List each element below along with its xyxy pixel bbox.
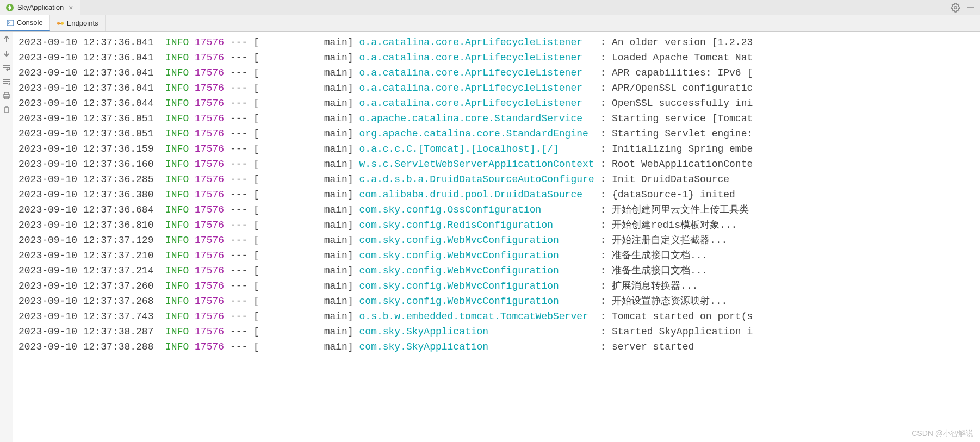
log-line: 2023-09-10 12:37:36.041 INFO 17576 --- […	[18, 65, 975, 80]
svg-rect-4	[8, 20, 14, 25]
content-area: 2023-09-10 12:37:36.041 INFO 17576 --- […	[0, 32, 980, 442]
watermark: CSDN @小智解说	[911, 429, 973, 439]
top-actions	[951, 3, 980, 13]
log-line: 2023-09-10 12:37:37.129 INFO 17576 --- […	[18, 233, 975, 248]
run-config-tab-title: SkyApplication	[17, 3, 64, 11]
console-gutter	[0, 32, 13, 442]
log-line: 2023-09-10 12:37:36.041 INFO 17576 --- […	[18, 50, 975, 65]
clear-icon[interactable]	[2, 105, 11, 114]
print-icon[interactable]	[2, 91, 11, 100]
soft-wrap-icon[interactable]	[2, 63, 11, 72]
log-line: 2023-09-10 12:37:36.380 INFO 17576 --- […	[18, 187, 975, 202]
console-log[interactable]: 2023-09-10 12:37:36.041 INFO 17576 --- […	[13, 32, 980, 442]
spring-boot-icon	[5, 3, 14, 12]
log-line: 2023-09-10 12:37:37.260 INFO 17576 --- […	[18, 278, 975, 294]
scroll-to-end-icon[interactable]	[2, 77, 11, 86]
log-line: 2023-09-10 12:37:36.810 INFO 17576 --- […	[18, 217, 975, 233]
tab-label: Console	[17, 18, 43, 27]
minimize-icon[interactable]	[966, 3, 976, 13]
log-line: 2023-09-10 12:37:36.160 INFO 17576 --- […	[18, 157, 975, 172]
log-line: 2023-09-10 12:37:37.268 INFO 17576 --- […	[18, 294, 975, 309]
tab-label: Endpoints	[67, 19, 98, 27]
tab-endpoints[interactable]: Endpoints	[50, 15, 106, 31]
log-line: 2023-09-10 12:37:36.041 INFO 17576 --- […	[18, 80, 975, 96]
log-line: 2023-09-10 12:37:37.214 INFO 17576 --- […	[18, 263, 975, 278]
tab-console[interactable]: Console	[0, 15, 50, 31]
log-line: 2023-09-10 12:37:36.044 INFO 17576 --- […	[18, 96, 975, 111]
close-tab-icon[interactable]: ×	[67, 3, 75, 12]
run-config-tab-bar: SkyApplication ×	[0, 0, 980, 15]
scroll-up-icon[interactable]	[2, 35, 11, 43]
log-line: 2023-09-10 12:37:37.743 INFO 17576 --- […	[18, 309, 975, 324]
log-line: 2023-09-10 12:37:36.159 INFO 17576 --- […	[18, 141, 975, 157]
tool-window-tabs: Console Endpoints	[0, 15, 980, 32]
log-line: 2023-09-10 12:37:36.051 INFO 17576 --- […	[18, 126, 975, 141]
scroll-down-icon[interactable]	[2, 49, 11, 58]
log-line: 2023-09-10 12:37:38.288 INFO 17576 --- […	[18, 339, 975, 354]
run-config-tab[interactable]: SkyApplication ×	[0, 0, 80, 15]
log-line: 2023-09-10 12:37:36.285 INFO 17576 --- […	[18, 172, 975, 187]
log-line: 2023-09-10 12:37:36.684 INFO 17576 --- […	[18, 202, 975, 217]
console-icon	[7, 19, 14, 27]
log-line: 2023-09-10 12:37:36.051 INFO 17576 --- […	[18, 111, 975, 126]
svg-point-1	[954, 6, 957, 9]
endpoints-icon	[57, 20, 64, 27]
svg-rect-10	[4, 97, 9, 99]
log-line: 2023-09-10 12:37:36.041 INFO 17576 --- […	[18, 35, 975, 50]
log-line: 2023-09-10 12:37:37.210 INFO 17576 --- […	[18, 248, 975, 263]
log-line: 2023-09-10 12:37:38.287 INFO 17576 --- […	[18, 324, 975, 339]
gear-icon[interactable]	[951, 3, 960, 13]
